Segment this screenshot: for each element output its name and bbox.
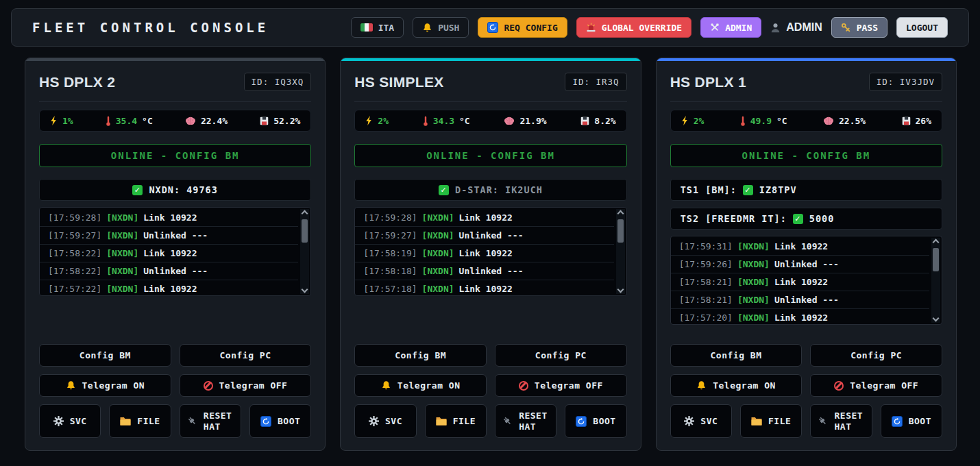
stat-disk: 8.2% <box>580 116 615 126</box>
mode-row: ✓NXDN: 49763 <box>39 179 311 201</box>
card-head: HS DPLX 2 ID: IQ3XQ <box>39 73 311 91</box>
config-bm-button[interactable]: Config BM <box>39 344 171 367</box>
log-time: [17:57:22] <box>48 284 101 294</box>
stat-power: 2% <box>681 116 705 126</box>
boot-button[interactable]: BOOT <box>249 404 311 438</box>
pass-button[interactable]: PASS <box>831 17 887 38</box>
config-bm-label: Config BM <box>79 350 131 360</box>
lightning-icon <box>681 116 689 125</box>
key-icon <box>841 23 851 33</box>
global-override-button[interactable]: GLOBAL OVERRIDE <box>576 17 691 38</box>
mode-value: NXDN: 49763 <box>149 184 217 195</box>
reset-hat-button[interactable]: RESET HAT <box>810 404 872 438</box>
brain-icon <box>185 116 196 125</box>
svc-button[interactable]: SVC <box>670 404 732 438</box>
telegram-off-button[interactable]: Telegram OFF <box>810 374 942 397</box>
config-pc-button[interactable]: Config PC <box>495 344 627 367</box>
telegram-off-button[interactable]: Telegram OFF <box>180 374 312 397</box>
stat-power: 2% <box>365 116 389 126</box>
log-list: [17:59:28][NXDN]Link 10922[17:59:27][NXD… <box>355 209 613 295</box>
log-entry: [17:58:19][NXDN]Link 10922 <box>355 245 613 262</box>
language-button[interactable]: ITA <box>351 17 404 38</box>
telegram-off-button[interactable]: Telegram OFF <box>495 374 627 397</box>
device-card: HS DPLX 2 ID: IQ3XQ 1% 35.4°C 22 <box>25 58 326 451</box>
config-pc-button[interactable]: Config PC <box>810 344 942 367</box>
user-label: ADMIN <box>786 21 822 34</box>
stat-power-value: 1% <box>62 116 73 126</box>
push-label: PUSH <box>438 23 459 33</box>
scroll-down-icon[interactable] <box>933 315 940 322</box>
config-bm-label: Config BM <box>395 350 446 360</box>
app-title: FLEET CONTROL CONSOLE <box>32 20 269 35</box>
telegram-on-button[interactable]: Telegram ON <box>670 374 803 397</box>
log-tag: [NXDN] <box>737 295 770 305</box>
card-title: HS DPLX 1 <box>670 74 746 90</box>
log-tag: [NXDN] <box>422 266 454 276</box>
config-bm-button[interactable]: Config BM <box>354 344 487 367</box>
reset-hat-button[interactable]: RESET HAT <box>495 404 556 438</box>
config-bm-button[interactable]: Config BM <box>670 344 803 367</box>
reset-hat-label: RESET HAT <box>204 410 234 432</box>
log-entry: [17:57:18][NXDN]Link 10922 <box>355 280 613 295</box>
scrollbar-thumb[interactable] <box>302 219 308 243</box>
stat-temp-value: 34.3 <box>433 116 454 126</box>
config-pc-label: Config PC <box>850 350 902 360</box>
log-message: Link 10922 <box>459 248 513 258</box>
plug-icon <box>502 416 513 426</box>
stat-cpu: 22.5% <box>823 116 866 126</box>
reset-hat-button[interactable]: RESET HAT <box>180 404 241 438</box>
stat-power-value: 2% <box>694 116 705 126</box>
log-time: [17:58:19] <box>363 248 417 258</box>
status-box: ONLINE - CONFIG BM <box>354 144 626 167</box>
card-buttons-row1: Config BM Config PC Telegram ON Telegram… <box>670 344 942 397</box>
prohibited-icon <box>204 381 213 391</box>
scrollbar-thumb[interactable] <box>933 248 939 271</box>
tools-icon <box>710 23 720 32</box>
svc-button[interactable]: SVC <box>354 404 416 438</box>
log-time: [17:58:21] <box>679 295 733 305</box>
log-tag: [NXDN] <box>422 248 454 258</box>
log-message: Unlinked --- <box>143 266 208 276</box>
italy-flag-icon <box>360 23 373 32</box>
scroll-up-icon[interactable] <box>302 210 308 217</box>
scrollbar-thumb[interactable] <box>617 219 624 243</box>
bell-icon <box>66 380 76 391</box>
telegram-on-label: Telegram ON <box>713 380 776 391</box>
app-header: FLEET CONTROL CONSOLE ITA PUSH REQ CONFI… <box>11 8 969 47</box>
admin-mode-button[interactable]: ADMIN <box>700 17 761 38</box>
scroll-up-icon[interactable] <box>933 239 940 246</box>
telegram-on-button[interactable]: Telegram ON <box>39 374 171 397</box>
config-bm-label: Config BM <box>711 350 762 360</box>
scroll-down-icon[interactable] <box>617 286 624 293</box>
file-button[interactable]: FILE <box>109 404 171 438</box>
log-time: [17:59:26] <box>679 259 733 269</box>
file-button[interactable]: FILE <box>740 404 802 438</box>
log-list: [17:59:31][NXDN]Link 10922[17:59:26][NXD… <box>671 238 929 324</box>
log-scrollbar[interactable] <box>931 238 940 323</box>
screen: FLEET CONTROL CONSOLE ITA PUSH REQ CONFI… <box>0 0 980 466</box>
card-buttons-row1: Config BM Config PC Telegram ON Telegram… <box>354 344 626 397</box>
card-buttons-row1: Config BM Config PC Telegram ON Telegram… <box>39 344 311 397</box>
telegram-on-button[interactable]: Telegram ON <box>354 374 487 397</box>
log-scrollbar[interactable] <box>616 209 625 294</box>
config-pc-button[interactable]: Config PC <box>180 344 312 367</box>
push-button[interactable]: PUSH <box>413 17 469 38</box>
card-buttons-row2: SVC FILE RESET HAT BOOT <box>354 404 626 438</box>
log-box: [17:59:31][NXDN]Link 10922[17:59:26][NXD… <box>670 236 942 325</box>
boot-button[interactable]: BOOT <box>881 404 942 438</box>
divider <box>39 101 311 102</box>
req-config-button[interactable]: REQ CONFIG <box>478 17 567 38</box>
boot-label: BOOT <box>909 416 931 426</box>
file-button[interactable]: FILE <box>425 404 487 438</box>
svc-button[interactable]: SVC <box>39 404 101 438</box>
log-entry: [17:57:22][NXDN]Link 10922 <box>40 280 298 295</box>
logout-button[interactable]: LOGOUT <box>896 17 948 38</box>
log-time: [17:58:21] <box>679 277 733 287</box>
telegram-off-label: Telegram OFF <box>219 380 288 391</box>
log-scrollbar[interactable] <box>300 209 309 294</box>
log-time: [17:59:27] <box>363 230 417 241</box>
telegram-on-label: Telegram ON <box>397 380 461 391</box>
scroll-up-icon[interactable] <box>617 210 624 217</box>
boot-button[interactable]: BOOT <box>565 404 626 438</box>
scroll-down-icon[interactable] <box>302 286 308 293</box>
